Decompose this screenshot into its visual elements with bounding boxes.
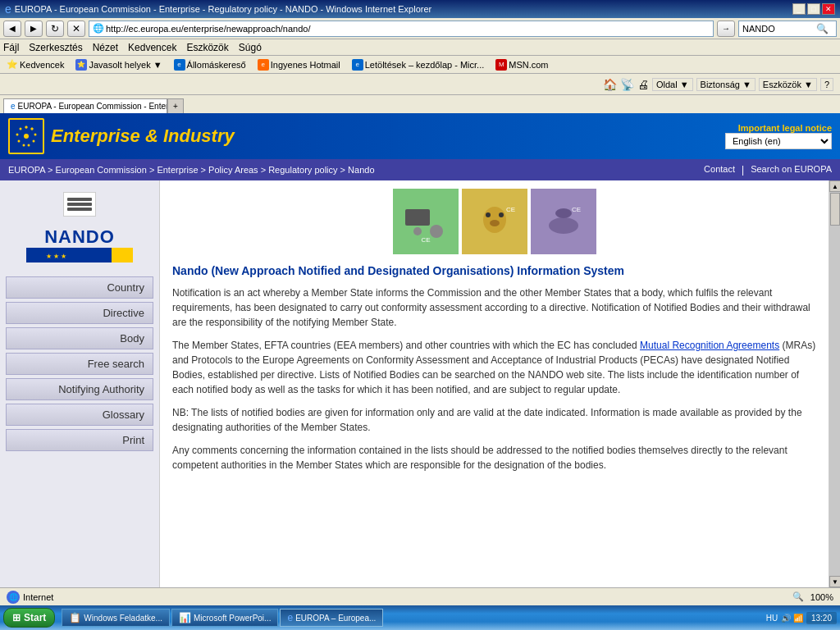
active-tab[interactable]: e EUROPA - European Commission - Enterpr… [3,98,167,113]
scrollbar[interactable]: ▲ ▼ [829,180,840,587]
directive-label: Directive [103,307,144,319]
ec-logo-area: Enterprise & Industry [8,118,235,154]
taskbar-app-2-label: Microsoft PowerPoi... [194,614,271,623]
menu-view[interactable]: Nézet [93,42,118,53]
search-input[interactable] [742,24,816,34]
taskbar-app-2[interactable]: 📊 Microsoft PowerPoi... [171,609,278,627]
breadcrumb-enterprise[interactable]: Enterprise [157,165,198,175]
page-content-area: Enterprise & Industry Important legal no… [0,113,840,587]
sidebar-item-country[interactable]: Country [6,276,153,299]
breadcrumb-sep-2: > [149,165,157,175]
scroll-down-button[interactable]: ▼ [829,576,840,587]
taskbar: ⊞ Start 📋 Windows Feladatke... 📊 Microso… [0,605,840,630]
scroll-up-button[interactable]: ▲ [829,180,840,192]
zoom-level: 100% [810,592,833,602]
taskbar-app-2-icon: 📊 [179,612,191,623]
breadcrumb-commission[interactable]: European Commission [56,165,147,175]
sidebar-item-print[interactable]: Print [6,429,153,451]
sidebar-item-notifying-authority[interactable]: Notifying Authority [6,378,153,400]
ie-icon: e [5,2,11,16]
windows-icon: ⊞ [12,612,21,623]
free-search-label: Free search [88,358,144,370]
scroll-thumb[interactable] [830,193,840,226]
refresh-button[interactable]: ↻ [46,21,64,37]
help-tool-btn[interactable]: ? [820,78,833,91]
scroll-track[interactable] [829,192,840,576]
fav-label: Kedvencek [20,60,64,70]
ec-star-logo [8,118,44,154]
content-images: CE CE [172,189,816,254]
favorites-bar: ⭐ Kedvencek ⭐ Javasolt helyek ▼ e Állomá… [0,56,840,74]
fav-station-finder[interactable]: e Állomáskereső [171,59,249,71]
content-image-3: CE [531,189,596,254]
website: Enterprise & Industry Important legal no… [0,113,840,587]
taskbar-app-3[interactable]: e EUROPA – Europea... [280,609,383,627]
address-input[interactable] [106,24,710,34]
search-icon[interactable]: 🔍 [816,23,829,34]
forward-button[interactable]: ▶ [25,21,43,37]
svg-rect-15 [405,209,430,226]
stop-button[interactable]: ✕ [67,21,85,37]
internet-icon: 🌐 [7,591,20,604]
rss-icon[interactable]: 📡 [620,78,634,91]
security-tool-btn[interactable]: Biztonság ▼ [696,78,756,91]
sidebar-item-directive[interactable]: Directive [6,302,153,324]
taskbar-app-3-icon: e [287,612,293,623]
menu-tools[interactable]: Eszközök [186,42,228,53]
fav-hotmail-label: Ingyenes Hotmail [271,60,340,70]
fav-downloads[interactable]: e Letöltések – kezdőlap - Micr... [349,59,488,71]
fav-suggested[interactable]: ⭐ Javasolt helyek ▼ [72,59,165,71]
mra-link[interactable]: Mutual Recognition Agreements [640,340,779,351]
language-selector[interactable]: English (en) Deutsch (de) Français (fr) [725,133,832,149]
breadcrumb-divider: | [742,164,744,176]
menu-file[interactable]: Fájl [3,42,19,53]
fav-hotmail[interactable]: e Ingyenes Hotmail [254,59,344,71]
breadcrumb-europa[interactable]: EUROPA [8,165,45,175]
fav-msn-label: MSN.com [509,60,548,70]
search-on-europa-link[interactable]: Search on EUROPA [751,164,832,176]
content-para-3: NB: The lists of notified bodies are giv… [172,405,816,435]
contact-link[interactable]: Contact [704,164,735,176]
svg-text:CE: CE [421,236,430,244]
taskbar-apps: 📋 Windows Feladatke... 📊 Microsoft Power… [62,609,759,627]
tools-tool-btn[interactable]: Eszközök ▼ [759,78,817,91]
fav-msn[interactable]: M MSN.com [492,59,551,71]
title-bar-left: e EUROPA - European Commission - Enterpr… [5,2,431,16]
back-button[interactable]: ◀ [3,21,21,37]
print-icon[interactable]: 🖨 [637,78,649,91]
svg-text:CE: CE [506,206,515,213]
menu-edit[interactable]: Szerkesztés [29,42,82,53]
sidebar-item-free-search[interactable]: Free search [6,353,153,375]
svg-point-5 [28,144,30,147]
minimize-button[interactable]: _ [792,3,806,15]
go-button[interactable]: → [717,21,735,37]
home-icon[interactable]: 🏠 [603,78,617,91]
content-para-2: The Member States, EFTA countries (EEA m… [172,338,816,397]
svg-point-7 [18,140,21,143]
maximize-button[interactable]: □ [807,3,820,15]
svg-text:★ ★ ★: ★ ★ ★ [46,253,66,260]
navigation-toolbar: ◀ ▶ ↻ ✕ 🌐 → 🔍 [0,18,840,39]
breadcrumb-policy-areas[interactable]: Policy Areas [208,165,258,175]
address-bar[interactable]: 🌐 [89,21,714,37]
menu-bar: Fájl Szerkesztés Nézet Kedvencek Eszközö… [0,39,840,56]
menu-help[interactable]: Súgó [239,42,262,53]
breadcrumb-regulatory[interactable]: Regulatory policy [268,165,337,175]
fav-favorites[interactable]: ⭐ Kedvencek [3,59,67,70]
fav-station-label: Állomáskereső [187,60,246,70]
hamburger-line-2 [67,203,92,206]
breadcrumb-sep-4: > [261,165,268,175]
page-tool-btn[interactable]: Oldal ▼ [652,78,693,91]
svg-point-8 [16,134,19,136]
close-button[interactable]: ✕ [822,3,835,15]
start-button[interactable]: ⊞ Start [3,608,55,628]
fav-suggested-icon: ⭐ [75,59,87,71]
taskbar-app-1[interactable]: 📋 Windows Feladatke... [62,609,170,627]
menu-favorites[interactable]: Kedvencek [128,42,176,53]
taskbar-app-3-label: EUROPA – Europea... [295,614,376,623]
sidebar-item-glossary[interactable]: Glossary [6,404,153,426]
breadcrumb-sep-1: > [48,165,55,175]
svg-text:CE: CE [572,206,581,213]
new-tab-button[interactable]: + [167,98,184,113]
sidebar-item-body[interactable]: Body [6,327,153,349]
